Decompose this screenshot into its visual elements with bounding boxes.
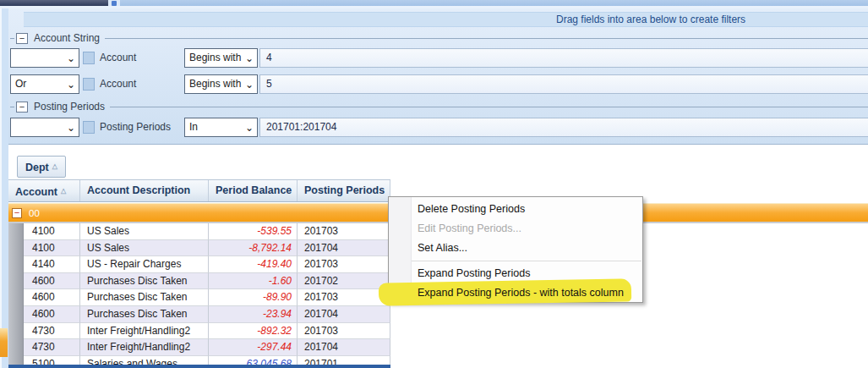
column-header-account[interactable]: Account△ xyxy=(8,180,80,201)
operator-select[interactable]: Begins with ⌄ xyxy=(184,74,258,94)
filter-field-label: Posting Periods xyxy=(100,118,171,137)
column-header-posting-periods[interactable]: Posting Periods xyxy=(298,180,390,201)
table-row[interactable]: 4140 US - Repair Charges -419.40 201703 xyxy=(8,256,390,273)
row-indent xyxy=(8,240,24,257)
cell-account: 4730 xyxy=(24,323,80,340)
drag-fields-hint-bar[interactable]: Drag fields into area below to create fi… xyxy=(24,12,868,27)
menu-item-label: Delete Posting Periods xyxy=(418,203,525,215)
cell-period: 201703 xyxy=(298,256,390,273)
cell-period: 201703 xyxy=(298,223,390,240)
window-titlebar-fragment-light xyxy=(120,0,868,6)
cell-balance: -419.40 xyxy=(209,256,298,273)
chevron-down-icon: ⌄ xyxy=(67,50,75,68)
filter-field-label: Account xyxy=(100,74,136,94)
chevron-down-icon: ⌄ xyxy=(67,76,75,94)
group-by-dept-button[interactable]: Dept△ xyxy=(17,156,66,178)
field-handle-button[interactable] xyxy=(83,78,95,91)
filter-field-label: Account xyxy=(100,48,136,68)
cell-account: 4730 xyxy=(24,339,80,356)
conjunction-select[interactable]: ⌄ xyxy=(10,118,79,137)
left-edge-strip xyxy=(0,8,8,368)
operator-select[interactable]: Begins with ⌄ xyxy=(184,48,258,68)
cell-description: US Sales xyxy=(80,240,209,257)
cell-account: 4600 xyxy=(24,289,80,306)
menu-item-label: Edit Posting Periods... xyxy=(418,222,521,234)
filter-value-input[interactable]: 5 xyxy=(259,74,868,94)
cell-balance: -297.44 xyxy=(209,339,298,356)
filter-group-title: Account String xyxy=(34,32,100,44)
table-row[interactable]: 4100 US Sales -8,792.14 201704 xyxy=(8,240,390,257)
cell-period: 201704 xyxy=(298,240,390,257)
conjunction-select[interactable]: ⌄ xyxy=(10,48,79,68)
report-filter-screen: Drag fields into area below to create fi… xyxy=(0,0,868,368)
cell-period: 201703 xyxy=(298,289,390,306)
conjunction-value: Or xyxy=(15,78,26,90)
cell-account: 4140 xyxy=(24,256,80,273)
row-indent xyxy=(8,223,24,240)
conjunction-select[interactable]: Or ⌄ xyxy=(10,74,79,94)
menu-item-delete-posting-periods[interactable]: Delete Posting Periods xyxy=(389,200,642,219)
cell-period: 201704 xyxy=(298,339,390,356)
table-row[interactable]: 4600 Purchases Disc Taken -23.94 201704 xyxy=(8,306,390,323)
filter-row: Or ⌄ Account Begins with ⌄ 5 xyxy=(8,74,868,94)
cell-period: 201704 xyxy=(298,306,390,323)
group-tick xyxy=(10,38,14,39)
group-row-label: 00 xyxy=(29,204,40,222)
menu-item-label: Expand Posting Periods - with totals col… xyxy=(418,287,624,299)
menu-item-expand-posting-periods-with-totals[interactable]: Expand Posting Periods - with totals col… xyxy=(389,283,642,303)
cell-description: Purchases Disc Taken xyxy=(80,273,209,290)
grid-bottom-edge xyxy=(8,365,390,368)
field-handle-button[interactable] xyxy=(83,52,95,64)
operator-value: Begins with xyxy=(189,78,241,90)
field-handle-button[interactable] xyxy=(83,121,95,134)
background-window-fragment xyxy=(0,328,8,357)
grid-header-row: Account△ Account Description Period Bala… xyxy=(8,179,390,202)
cell-description: Purchases Disc Taken xyxy=(80,306,209,323)
grid-body: 4100 US Sales -539.55 201703 4100 US Sal… xyxy=(8,223,390,368)
cell-account: 4600 xyxy=(24,306,80,323)
chevron-down-icon: ⌄ xyxy=(245,50,254,68)
row-indent xyxy=(8,339,24,356)
posting-periods-context-menu: Delete Posting Periods Edit Posting Peri… xyxy=(388,196,643,303)
filter-row: ⌄ Posting Periods In ⌄ 201701:201704 xyxy=(8,118,868,137)
cell-balance: -8,792.14 xyxy=(209,240,298,257)
column-header-account-description[interactable]: Account Description xyxy=(80,180,209,201)
table-row[interactable]: 4600 Purchases Disc Taken -1.60 201702 xyxy=(8,273,390,290)
cell-description: Inter Freight/Handling2 xyxy=(80,339,209,356)
operator-select[interactable]: In ⌄ xyxy=(184,118,258,137)
table-row[interactable]: 4600 Purchases Disc Taken -89.90 201703 xyxy=(8,289,390,306)
filter-row: ⌄ Account Begins with ⌄ 4 xyxy=(8,48,868,68)
menu-item-edit-posting-periods: Edit Posting Periods... xyxy=(389,219,642,239)
table-row[interactable]: 4730 Inter Freight/Handling2 -297.44 201… xyxy=(8,339,390,356)
cell-description: Purchases Disc Taken xyxy=(80,289,209,306)
collapse-group-button[interactable]: − xyxy=(16,102,28,113)
collapse-group-row-icon[interactable]: − xyxy=(12,208,22,218)
column-header-period-balance[interactable]: Period Balance xyxy=(209,180,298,201)
filter-group-title: Posting Periods xyxy=(34,101,105,113)
cell-period: 201703 xyxy=(298,323,390,340)
column-header-label: Account xyxy=(15,186,57,198)
collapse-group-button[interactable]: − xyxy=(16,33,28,44)
row-indent xyxy=(8,289,24,306)
filter-group-account-string: − Account String xyxy=(10,32,868,44)
cell-description: US - Repair Charges xyxy=(80,256,209,273)
filter-panel: Drag fields into area below to create fi… xyxy=(8,8,868,145)
filter-value-input[interactable]: 201701:201704 xyxy=(259,118,868,137)
cell-account: 4100 xyxy=(24,223,80,240)
cell-account: 4100 xyxy=(24,240,80,257)
cell-period: 201702 xyxy=(298,273,390,290)
filter-group-posting-periods: − Posting Periods xyxy=(10,101,868,113)
filter-value-input[interactable]: 4 xyxy=(259,48,868,68)
row-indent xyxy=(8,323,24,340)
menu-item-set-alias[interactable]: Set Alias... xyxy=(389,239,642,258)
chevron-down-icon: ⌄ xyxy=(245,119,254,137)
table-row[interactable]: 4730 Inter Freight/Handling2 -892.32 201… xyxy=(8,323,390,340)
row-indent xyxy=(8,256,24,273)
menu-item-label: Set Alias... xyxy=(418,242,467,254)
operator-value: Begins with xyxy=(189,52,241,63)
drag-fields-hint-text: Drag fields into area below to create fi… xyxy=(556,13,745,27)
cell-balance: -539.55 xyxy=(209,223,298,240)
group-rule-line xyxy=(105,38,868,39)
sort-ascending-icon: △ xyxy=(52,162,57,170)
table-row[interactable]: 4100 US Sales -539.55 201703 xyxy=(8,223,390,240)
